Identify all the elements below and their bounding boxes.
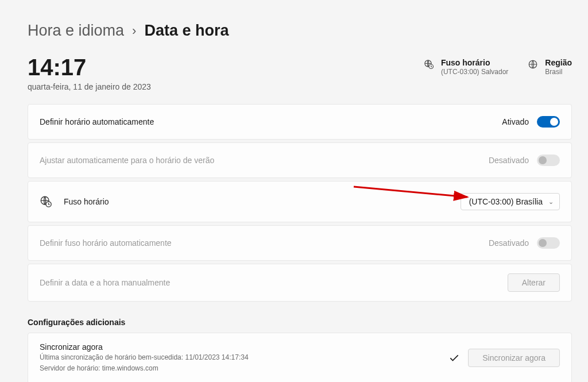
timezone-label: Fuso horário xyxy=(64,197,109,206)
header-row: 14:17 quarta-feira, 11 de janeiro de 202… xyxy=(28,56,572,91)
timezone-value: (UTC-03:00) Salvador xyxy=(441,68,508,76)
info-group: Fuso horário (UTC-03:00) Salvador Região… xyxy=(424,56,572,76)
annotation-arrow xyxy=(353,184,473,202)
row-dst: Ajustar automaticamente para o horário d… xyxy=(28,142,572,178)
row-sync-now: Sincronizar agora Última sincronização d… xyxy=(28,333,572,382)
globe-icon xyxy=(528,59,538,70)
dst-status: Desativado xyxy=(489,156,529,165)
dst-toggle xyxy=(537,155,560,166)
region-info[interactable]: Região Brasil xyxy=(528,58,572,76)
additional-settings-header: Configurações adicionais xyxy=(28,318,572,327)
sync-server: Servidor de horário: time.windows.com xyxy=(40,364,249,373)
clock-block: 14:17 quarta-feira, 11 de janeiro de 202… xyxy=(28,56,151,91)
chevron-right-icon: › xyxy=(132,24,136,38)
sync-now-button[interactable]: Sincronizar agora xyxy=(468,349,560,367)
timezone-info[interactable]: Fuso horário (UTC-03:00) Salvador xyxy=(424,58,508,76)
region-title: Região xyxy=(545,58,572,67)
row-timezone: Fuso horário (UTC-03:00) Brasília ⌄ xyxy=(28,181,572,222)
timezone-dropdown[interactable]: (UTC-03:00) Brasília ⌄ xyxy=(461,193,560,210)
auto-timezone-toggle xyxy=(537,237,560,249)
row-auto-timezone: Definir fuso horário automaticamente Des… xyxy=(28,225,572,261)
change-button: Alterar xyxy=(508,273,560,292)
breadcrumb-parent[interactable]: Hora e idioma xyxy=(28,22,124,40)
svg-line-5 xyxy=(354,187,467,197)
breadcrumb-current: Data e hora xyxy=(144,22,229,40)
dst-label: Ajustar automaticamente para o horário d… xyxy=(40,156,214,165)
timezone-selected: (UTC-03:00) Brasília xyxy=(469,197,543,206)
auto-timezone-label: Definir fuso horário automaticamente xyxy=(40,238,172,248)
globe-clock-icon xyxy=(424,59,434,70)
auto-time-label: Definir horário automaticamente xyxy=(40,117,154,126)
check-icon xyxy=(448,352,460,364)
manual-set-label: Definir a data e a hora manualmente xyxy=(40,278,170,287)
globe-clock-icon xyxy=(40,195,52,208)
clock-date: quarta-feira, 11 de janeiro de 2023 xyxy=(28,82,151,91)
clock-time: 14:17 xyxy=(28,56,151,79)
breadcrumb: Hora e idioma › Data e hora xyxy=(28,22,572,40)
auto-time-toggle[interactable] xyxy=(537,116,560,128)
auto-time-status: Ativado xyxy=(502,117,529,126)
sync-last: Última sincronização de horário bem-suce… xyxy=(40,353,249,362)
auto-timezone-status: Desativado xyxy=(489,238,529,248)
timezone-title: Fuso horário xyxy=(441,58,508,67)
chevron-down-icon: ⌄ xyxy=(548,198,554,206)
row-auto-time: Definir horário automaticamente Ativado xyxy=(28,104,572,140)
row-manual-set: Definir a data e a hora manualmente Alte… xyxy=(28,264,572,302)
region-value: Brasil xyxy=(545,68,572,76)
sync-title: Sincronizar agora xyxy=(40,342,249,352)
